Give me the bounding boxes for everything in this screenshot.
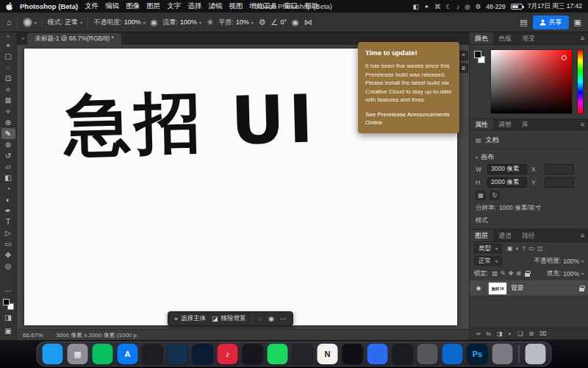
clone-stamp-tool[interactable]: ⊚	[1, 139, 15, 150]
apple-menu-icon[interactable]	[6, 2, 13, 11]
menubar-status-icon-6[interactable]: ◎	[465, 3, 470, 10]
lock-artboard-icon[interactable]: ⊞	[516, 271, 521, 277]
layer-visibility-eye-icon[interactable]: ◉	[473, 280, 484, 296]
menubar-status-icon-1[interactable]: ◧	[413, 3, 419, 10]
tab-layers-2[interactable]: 通道	[493, 230, 517, 241]
dock-app-3-icon[interactable]	[193, 344, 213, 364]
menubar-clock[interactable]: 7月17日 周三 17:42	[528, 2, 582, 11]
adjustment-layer-icon[interactable]: ◐	[509, 331, 512, 337]
more-options-icon[interactable]: ⋯	[280, 315, 287, 322]
tab-color-3[interactable]: 渐变	[517, 32, 540, 44]
layer-mask-icon[interactable]: ◨	[497, 331, 503, 337]
menubar-menu-3[interactable]: 图像	[126, 1, 140, 11]
dock-app-6-icon[interactable]	[343, 344, 363, 364]
tab-properties-2[interactable]: 调整	[493, 119, 517, 130]
menubar-status-icon-7[interactable]: ⚙	[476, 3, 481, 10]
color-swatches[interactable]	[3, 299, 14, 310]
layer-thumbnail[interactable]: 急招 UI	[488, 282, 507, 295]
remove-background-button[interactable]: ◪ 移除背景	[212, 314, 246, 323]
layer-opacity-control[interactable]: 不透明度: 100% ▾	[534, 257, 584, 266]
menubar-status-icon-2[interactable]: ✦	[424, 3, 429, 10]
share-button[interactable]: 共享	[533, 15, 569, 29]
edit-toolbar-icon[interactable]: ⋯	[1, 286, 15, 297]
dock-app-10-icon[interactable]	[442, 344, 463, 364]
layer-style-icon[interactable]: fx	[487, 331, 491, 337]
panel-menu-icon[interactable]: ≡	[577, 32, 588, 44]
menubar-status-icon-3[interactable]: ⌘	[434, 3, 441, 10]
update-notification[interactable]: Time to update! It has been five weeks s…	[358, 42, 459, 133]
zoom-tool[interactable]: ◎	[1, 261, 15, 272]
filter-adjustment-layers-icon[interactable]: ◐	[516, 246, 520, 252]
libraries-panel-icon[interactable]: ≣	[459, 63, 468, 73]
y-field[interactable]	[545, 177, 574, 188]
dock-app-5-icon[interactable]	[293, 344, 313, 364]
layer-group-icon[interactable]: ❏	[517, 331, 523, 337]
generative-icon[interactable]: ◉	[268, 315, 274, 322]
screen-mode-icon[interactable]: ▣	[1, 325, 15, 336]
filter-smart-objects-icon[interactable]: ◫	[537, 246, 543, 252]
filter-pixel-layers-icon[interactable]: ▣	[507, 246, 513, 252]
x-field[interactable]	[545, 164, 574, 174]
dock-app-1-icon[interactable]	[143, 344, 163, 364]
saturation-brightness-picker[interactable]	[490, 49, 573, 114]
lock-transparent-icon[interactable]: ▨	[492, 271, 498, 277]
dock-app-7-icon[interactable]	[368, 344, 388, 364]
panel-menu-icon[interactable]: ≡	[577, 119, 588, 130]
path-selection-tool[interactable]: ▷	[1, 227, 15, 238]
pen-tool[interactable]: ✒	[1, 205, 15, 216]
foreground-color-swatch[interactable]	[474, 51, 481, 58]
smoothing-gear-icon[interactable]: ⚙	[259, 18, 266, 26]
foreground-color-swatch[interactable]	[3, 299, 10, 305]
tab-color-1[interactable]: 颜色	[470, 32, 493, 44]
move-tool[interactable]: ⌖	[1, 40, 15, 51]
delete-layer-icon[interactable]: ⌧	[539, 331, 546, 337]
workspace-switcher-icon[interactable]: ▣	[574, 18, 581, 26]
eyedropper-tool[interactable]: ✧	[1, 106, 15, 117]
symmetry-icon[interactable]: ⋈	[304, 18, 312, 26]
blur-tool[interactable]: ◔	[1, 183, 15, 194]
menubar-menu-7[interactable]: 滤镜	[208, 1, 222, 11]
rotate-canvas-icon[interactable]: ↻	[490, 191, 500, 200]
spotify-dock-icon[interactable]	[268, 344, 288, 364]
quick-mask-icon[interactable]: ◨	[1, 312, 15, 323]
crop-tool[interactable]: ⌗	[1, 84, 15, 95]
healing-brush-tool[interactable]: ⊕	[1, 117, 15, 128]
document-properties-row[interactable]: ▤ 文档	[476, 134, 582, 146]
menubar-status-icon-4[interactable]: ☾	[445, 3, 451, 10]
brush-tool[interactable]: ✎	[1, 128, 15, 139]
filter-type-layers-icon[interactable]: T	[522, 246, 526, 252]
frame-tool[interactable]: ⊠	[1, 95, 15, 106]
brush-angle-field[interactable]: ∠ 0°	[271, 18, 287, 26]
menubar-app-name[interactable]: Photoshop (Beta)	[20, 2, 78, 10]
toolbar-collapse-icon[interactable]: »	[7, 34, 10, 39]
new-layer-icon[interactable]: ⊞	[529, 331, 534, 337]
pressure-size-icon[interactable]: ◉	[292, 18, 299, 26]
pressure-opacity-icon[interactable]: ◉	[151, 18, 158, 26]
dodge-tool[interactable]: ◐	[1, 194, 15, 205]
menubar-menu-6[interactable]: 选择	[187, 1, 201, 11]
opacity-dropdown[interactable]: 不透明度: 100% ▾	[93, 18, 146, 27]
color-picker-handle[interactable]	[562, 55, 567, 60]
wechat-dock-icon[interactable]	[93, 344, 113, 364]
lasso-quick-icon[interactable]: ◌	[259, 315, 262, 322]
panel-arrange-icon[interactable]: ▤	[520, 18, 527, 26]
dock-app-2-icon[interactable]	[168, 344, 188, 364]
photoshop-dock-icon[interactable]: Ps	[467, 344, 488, 364]
mode-row[interactable]: 模式	[476, 216, 582, 225]
marquee-tool[interactable]: ▢	[1, 51, 15, 62]
type-tool[interactable]: T	[1, 216, 15, 227]
tab-properties-1[interactable]: 属性	[470, 119, 493, 130]
app-store-dock-icon[interactable]: A	[118, 344, 138, 364]
tab-layers-1[interactable]: 图层	[470, 230, 493, 241]
layer-fill-control[interactable]: 填充: 100% ▾	[547, 269, 584, 278]
lock-paint-icon[interactable]: ✎	[501, 271, 506, 277]
lasso-tool[interactable]: ◌	[1, 62, 15, 73]
comments-panel-icon[interactable]: ❝	[459, 51, 468, 60]
menubar-menu-1[interactable]: 文件	[85, 1, 98, 11]
height-field[interactable]: 2000 像素	[487, 177, 527, 188]
tab-properties-3[interactable]: 库	[517, 119, 534, 130]
notification-link[interactable]: See Prerelease Announcements Online	[365, 110, 452, 127]
width-field[interactable]: 3000 像素	[487, 164, 527, 174]
finder-dock-icon[interactable]	[43, 344, 63, 364]
trash-dock-icon[interactable]	[526, 344, 546, 364]
